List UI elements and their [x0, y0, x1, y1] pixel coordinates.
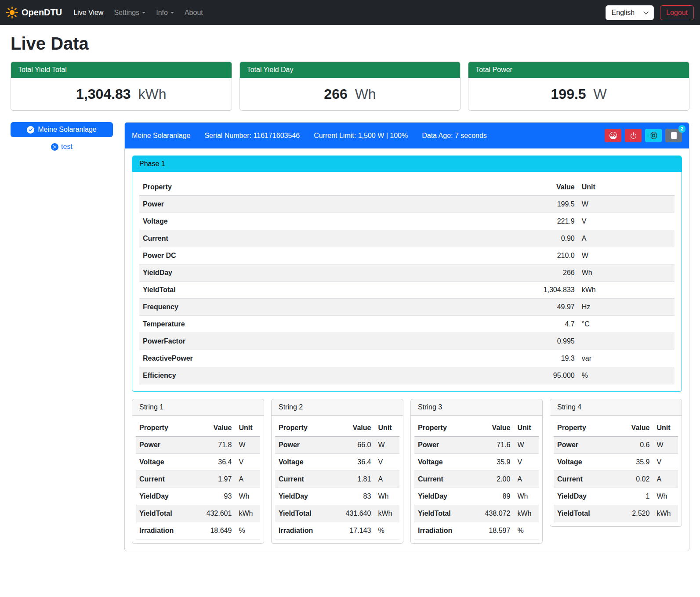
table-row: YieldDay 1 Wh	[554, 488, 678, 505]
row-value: 36.4	[198, 454, 236, 471]
row-unit: Wh	[514, 488, 539, 505]
string-4-title: String 4	[550, 399, 682, 416]
phase-1-card: Phase 1 Property Value Unit	[132, 156, 682, 392]
row-property: Irradiation	[275, 522, 337, 539]
total-power-value: 199.5	[551, 86, 586, 102]
row-unit: V	[578, 213, 675, 230]
row-property: ReactivePower	[139, 350, 514, 367]
language-select[interactable]: English	[606, 5, 654, 20]
column-header-value: Value	[477, 420, 514, 437]
row-value: 1,304.833	[514, 282, 578, 299]
selected-inverter-label: Meine Solaranlage	[38, 126, 96, 134]
row-unit: %	[514, 522, 539, 539]
row-property: YieldTotal	[414, 505, 477, 522]
table-row: Voltage 36.4 V	[136, 454, 260, 471]
speedometer-icon	[609, 132, 617, 139]
row-property: Frequency	[139, 299, 514, 316]
row-value: 0.90	[514, 230, 578, 247]
card-title: Total Yield Total	[11, 62, 232, 78]
brand[interactable]: OpenDTU	[6, 7, 62, 18]
page-title: Live Data	[11, 34, 689, 54]
column-header-property: Property	[275, 420, 337, 437]
table-row: YieldTotal 438.072 kWh	[414, 505, 539, 522]
inverter-item-test[interactable]: test	[11, 143, 113, 151]
table-row: YieldTotal 432.601 kWh	[136, 505, 260, 522]
string-1-table: Property Value Unit Power	[136, 420, 260, 539]
table-row: Voltage 35.9 V	[554, 454, 678, 471]
row-value: 18.597	[477, 522, 514, 539]
row-property: Power	[275, 437, 337, 454]
total-yield-total-value: 1,304.83	[76, 86, 131, 102]
row-value: 36.4	[337, 454, 375, 471]
limit-settings-button[interactable]	[605, 129, 621, 142]
table-row: Irradiation 18.649 %	[136, 522, 260, 539]
table-row: YieldDay 93 Wh	[136, 488, 260, 505]
row-unit: A	[653, 471, 678, 488]
column-header-value: Value	[337, 420, 375, 437]
table-row: Temperature 4.7 °C	[139, 316, 675, 333]
summary-cards: Total Yield Total 1,304.83 kWh Total Yie…	[11, 62, 689, 111]
row-value: 89	[477, 488, 514, 505]
row-value: 210.0	[514, 247, 578, 264]
x-circle-icon	[51, 143, 58, 151]
power-button[interactable]	[625, 129, 642, 142]
row-property: Voltage	[136, 454, 198, 471]
event-log-button[interactable]: 2	[665, 129, 682, 142]
inverter-data-age: Data Age: 7 seconds	[422, 132, 487, 140]
row-property: YieldTotal	[136, 505, 198, 522]
row-unit: kWh	[374, 505, 399, 522]
table-row: YieldDay 89 Wh	[414, 488, 539, 505]
table-row: Power 71.6 W	[414, 437, 539, 454]
brand-label: OpenDTU	[22, 7, 62, 18]
inverter-test-label: test	[61, 143, 73, 151]
row-property: YieldDay	[139, 264, 514, 282]
row-unit: A	[374, 471, 399, 488]
row-value: 18.649	[198, 522, 236, 539]
row-value: 49.97	[514, 299, 578, 316]
nav-about[interactable]: About	[181, 5, 207, 20]
inverter-limit: Current Limit: 1,500 W | 100%	[314, 132, 408, 140]
row-unit: kWh	[578, 282, 675, 299]
table-row: Voltage 36.4 V	[275, 454, 399, 471]
row-unit: A	[235, 471, 260, 488]
selected-inverter-button[interactable]: Meine Solaranlage	[11, 122, 113, 137]
row-unit: V	[235, 454, 260, 471]
table-row: Power 199.5 W	[139, 196, 675, 213]
row-value: 35.9	[616, 454, 653, 471]
row-value: 66.0	[337, 437, 375, 454]
column-header-unit: Unit	[235, 420, 260, 437]
row-value: 2.520	[616, 505, 653, 522]
row-unit: kWh	[514, 505, 539, 522]
column-header-value: Value	[616, 420, 653, 437]
column-header-unit: Unit	[374, 420, 399, 437]
row-property: YieldDay	[136, 488, 198, 505]
row-value: 71.8	[198, 437, 236, 454]
row-unit: V	[653, 454, 678, 471]
row-value: 266	[514, 264, 578, 282]
row-property: Power DC	[139, 247, 514, 264]
row-unit: Wh	[578, 264, 675, 282]
logout-button[interactable]: Logout	[660, 5, 694, 20]
nav-info[interactable]: Info	[152, 5, 178, 20]
row-property: YieldTotal	[275, 505, 337, 522]
nav-settings[interactable]: Settings	[110, 5, 149, 20]
row-property: YieldDay	[275, 488, 337, 505]
total-yield-total-unit: kWh	[138, 86, 167, 102]
row-unit: A	[578, 230, 675, 247]
row-property: Current	[136, 471, 198, 488]
inverter-card-header: Meine Solaranlage Serial Number: 1161716…	[125, 123, 689, 148]
nav-live-view[interactable]: Live View	[70, 5, 107, 20]
column-header-property: Property	[139, 179, 514, 196]
row-unit: Wh	[374, 488, 399, 505]
device-info-button[interactable]	[645, 129, 662, 142]
total-yield-day-unit: Wh	[355, 86, 376, 102]
string-2-table: Property Value Unit Power	[275, 420, 399, 539]
row-property: Irradiation	[136, 522, 198, 539]
table-row: YieldTotal 1,304.833 kWh	[139, 282, 675, 299]
row-unit: W	[374, 437, 399, 454]
card-title: Total Yield Day	[240, 62, 461, 78]
row-value: 0.995	[514, 333, 578, 350]
power-icon	[630, 132, 637, 139]
row-unit: W	[514, 437, 539, 454]
column-header-value: Value	[514, 179, 578, 196]
